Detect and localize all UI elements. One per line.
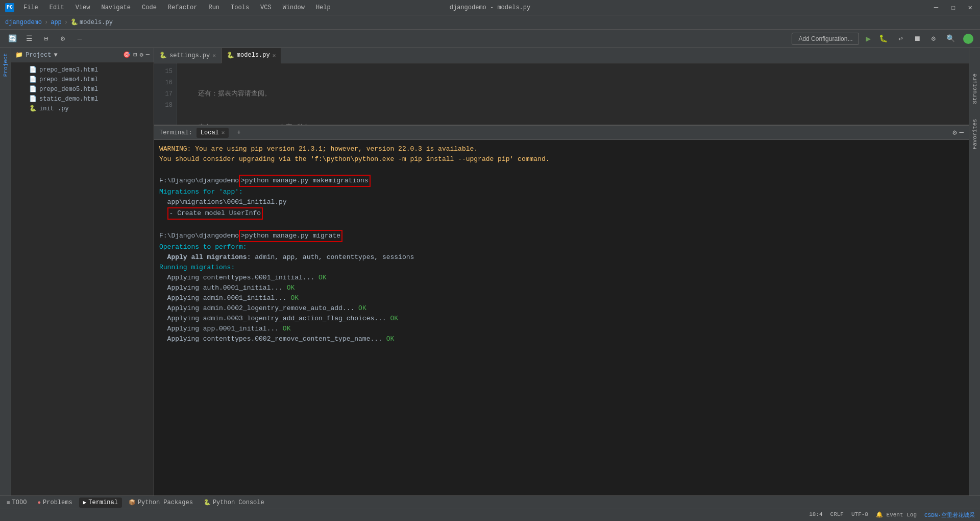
todo-icon: ≡: [7, 500, 10, 506]
menu-refactor[interactable]: Refactor: [163, 2, 203, 13]
gear-icon[interactable]: ⚙: [929, 33, 938, 44]
terminal-body[interactable]: WARNING: You are using pip version 21.3.…: [154, 140, 969, 521]
titlebar-left: PC File Edit View Navigate Code Refactor…: [5, 2, 336, 13]
terminal-line: Operations to perform:: [159, 242, 964, 252]
tab-close-settings[interactable]: ✕: [212, 52, 216, 59]
tab-settings[interactable]: 🐍 settings.py ✕: [154, 48, 222, 63]
list-item[interactable]: 📄 prepo_demo3.html: [11, 65, 154, 75]
file-name: prepo_demo5.html: [39, 86, 98, 93]
window-controls: — ☐ ✕: [932, 2, 975, 13]
tab-label: settings.py: [169, 52, 210, 59]
code-editor[interactable]: 15 16 17 18 还有：据表内容请查阅。 表名 app_userinfo …: [154, 63, 969, 125]
breadcrumb-file[interactable]: 🐍 models.py: [70, 18, 113, 26]
structure-panel-toggle[interactable]: Structure: [972, 74, 978, 104]
menu-view[interactable]: View: [70, 2, 95, 13]
stop-button[interactable]: ⏹: [911, 34, 923, 44]
project-dropdown-icon[interactable]: ▼: [54, 52, 57, 59]
csdn-link[interactable]: CSDN·空里若花城采: [924, 511, 975, 519]
create-model-box: - Create model UserInfo: [167, 207, 263, 220]
menu-file[interactable]: File: [18, 2, 43, 13]
favorites-panel-toggle[interactable]: Favorites: [972, 119, 978, 149]
project-panel-toggle[interactable]: Project: [3, 53, 9, 77]
terminal-gear-icon[interactable]: ⚙: [952, 128, 957, 137]
menu-vcs[interactable]: VCS: [255, 2, 277, 13]
search-icon[interactable]: 🔍: [944, 33, 958, 44]
tab-python-packages[interactable]: 📦 Python Packages: [125, 498, 197, 508]
breadcrumb-app[interactable]: app: [51, 19, 62, 26]
tab-models[interactable]: 🐍 models.py ✕: [222, 48, 281, 63]
minimize-button[interactable]: —: [932, 2, 941, 13]
menu-navigate[interactable]: Navigate: [96, 2, 136, 13]
status-bar-right: 18:4 CRLF UTF-8 🔔 Event Log CSDN·空里若花城采: [809, 511, 975, 519]
terminal-line: Applying admin.0001_initial... OK: [159, 293, 964, 303]
file-icon: 🐍: [70, 18, 78, 26]
locate-icon[interactable]: 🎯: [123, 51, 131, 59]
breadcrumb-sep1: ›: [44, 19, 48, 26]
terminal-tab-local[interactable]: Local ✕: [197, 128, 229, 138]
file-name: prepo_demo4.html: [39, 76, 98, 83]
close-panel-icon[interactable]: —: [146, 51, 150, 59]
terminal-line: Applying admin.0003_logentry_add_action_…: [159, 314, 964, 324]
right-panel-labels: Structure Favorites: [969, 48, 980, 521]
editor-area: 🐍 settings.py ✕ 🐍 models.py ✕ 15 16 17 1…: [154, 48, 969, 521]
collapse-icon[interactable]: ⊟: [39, 32, 53, 46]
tab-close-models[interactable]: ✕: [273, 52, 276, 59]
list-item[interactable]: 📄 static_demo.html: [11, 94, 154, 104]
menu-tools[interactable]: Tools: [226, 2, 254, 13]
line-num: 15: [158, 66, 173, 77]
debug-button[interactable]: 🐛: [876, 33, 890, 44]
tab-python-console[interactable]: 🐍 Python Console: [200, 498, 268, 508]
structure-icon[interactable]: ☰: [22, 32, 36, 46]
left-sidebar: Project: [0, 48, 11, 521]
add-configuration-button[interactable]: Add Configuration...: [792, 33, 859, 45]
run-button[interactable]: ▶: [866, 34, 871, 44]
code-content[interactable]: 还有：据表内容请查阅。 表名 app_userinfo APP名字_类名 字段 …: [177, 63, 969, 125]
list-item[interactable]: 📄 prepo_demo4.html: [11, 75, 154, 84]
file-encoding: UTF-8: [851, 511, 868, 519]
menu-edit[interactable]: Edit: [44, 2, 69, 13]
file-name: prepo_demo3.html: [39, 66, 98, 74]
settings-icon[interactable]: ⚙: [56, 32, 70, 46]
menu-code[interactable]: Code: [137, 2, 162, 13]
undo-button[interactable]: ↩: [896, 33, 905, 44]
list-item[interactable]: 📄 prepo_demo5.html: [11, 84, 154, 94]
line-num: 16: [158, 77, 173, 88]
terminal-line: WARNING: You are using pip version 21.3.…: [159, 144, 964, 154]
menu-help[interactable]: Help: [311, 2, 336, 13]
event-log[interactable]: 🔔 Event Log: [876, 511, 917, 519]
terminal-line: Applying contenttypes.0002_remove_conten…: [159, 334, 964, 344]
main-layout: Project 📁 Project ▼ 🎯 ⊟ ⚙ — 📄 prepo_demo…: [0, 48, 980, 521]
terminal-line: You should consider upgrading via the 'f…: [159, 154, 964, 164]
toolbar: 🔄 ☰ ⊟ ⚙ — Add Configuration... ▶ 🐛 ↩ ⏹ ⚙…: [0, 30, 980, 48]
terminal-line: Running migrations:: [159, 263, 964, 273]
close-button[interactable]: ✕: [966, 2, 975, 13]
terminal-tab-bar-label: Terminal: [88, 499, 118, 506]
terminal-line: Applying admin.0002_logentry_remove_auto…: [159, 303, 964, 314]
menu-run[interactable]: Run: [203, 2, 225, 13]
dots-menu-icon[interactable]: ⚙: [140, 51, 143, 59]
tab-terminal[interactable]: ▶ Terminal: [79, 498, 122, 508]
terminal-tab-close[interactable]: ✕: [222, 129, 225, 136]
sync-icon[interactable]: 🔄: [5, 32, 19, 46]
breadcrumb: djangodemo › app › 🐍 models.py: [0, 15, 980, 30]
project-label: Project: [26, 52, 51, 59]
collapse-all-icon[interactable]: ⊟: [133, 51, 137, 59]
console-icon: 🐍: [204, 499, 211, 506]
terminal-close-icon[interactable]: —: [960, 128, 964, 137]
file-name: init .py: [39, 105, 69, 112]
tab-todo[interactable]: ≡ TODO: [3, 498, 31, 508]
settings-file-icon: 🐍: [159, 52, 167, 59]
breadcrumb-project[interactable]: djangodemo: [5, 19, 42, 26]
terminal-line: - Create model UserInfo: [159, 207, 964, 220]
maximize-button[interactable]: ☐: [948, 2, 958, 13]
minimize-panel-icon[interactable]: —: [72, 32, 87, 46]
html-file-icon: 📄: [29, 95, 37, 103]
html-file-icon: 📄: [29, 76, 37, 83]
terminal-new-tab[interactable]: +: [233, 128, 244, 138]
problems-icon: ●: [37, 500, 41, 506]
menu-window[interactable]: Window: [278, 2, 310, 13]
list-item[interactable]: 🐍 init .py: [11, 104, 154, 113]
breadcrumb-sep2: ›: [64, 19, 68, 26]
tab-problems[interactable]: ● Problems: [33, 498, 76, 508]
tab-bar: 🐍 settings.py ✕ 🐍 models.py ✕: [154, 48, 969, 63]
